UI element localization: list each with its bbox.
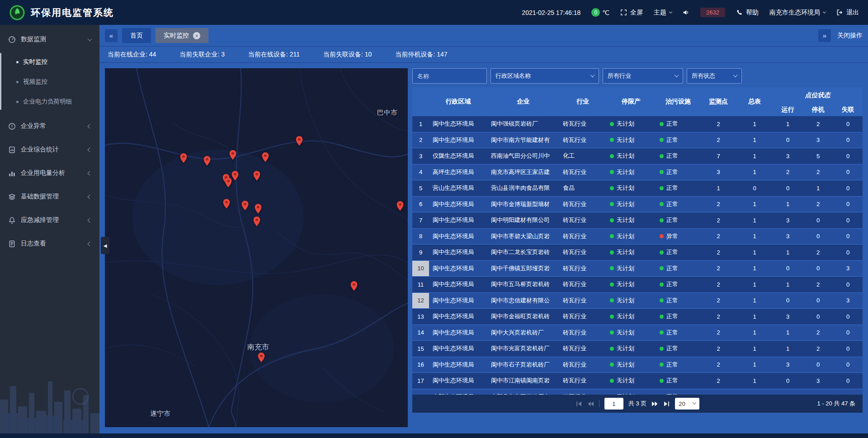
map-pin[interactable] [262,152,269,162]
table-row[interactable]: 10阆中生态环境局阆中千佛镇五郎垭页岩砖瓦行业无计划正常21003 [412,261,863,277]
table-row[interactable]: 5营山生态环境局营山县润丰肉食品有限食品无计划正常10010 [412,180,863,197]
table-row[interactable]: 14阆中生态环境局阆中大兴页岩机砖厂砖瓦行业无计划正常21120 [412,325,863,341]
map-pin[interactable] [255,204,262,214]
org-dropdown[interactable]: 南充市生态环境局 [769,9,826,17]
map-pin[interactable] [229,150,236,160]
cell-lost: 0 [833,132,863,148]
industry-select-value: 所有行业 [608,72,631,80]
table-row[interactable]: 12阆中生态环境局阆中市忠信建材有限公砖瓦行业无计划正常21003 [412,293,863,309]
notification-badge[interactable]: 2632 [700,8,725,17]
table-row[interactable]: 16阆中生态环境局阆中市石子页岩机砖厂砖瓦行业无计划正常21300 [412,357,863,373]
map-canvas[interactable]: 巴中市南充市遂宁市 [105,68,408,427]
tab-realtime-monitor[interactable]: 实时监控 × [156,28,208,43]
map-pin[interactable] [258,352,265,363]
tab-scroll-left-button[interactable]: « [105,29,118,42]
page-size-select[interactable]: 20 [675,398,699,410]
table-row[interactable]: 13阆中生态环境局阆中市金福旺页岩机砖砖瓦行业无计划正常21300 [412,309,863,325]
chevron-left-icon [88,147,92,152]
limit-label: 无计划 [617,297,634,305]
map-pin[interactable] [296,136,303,146]
limit-label: 无计划 [617,344,634,353]
help-button[interactable]: 帮助 [736,9,759,17]
cell-lost: 0 [833,229,863,245]
table-row[interactable]: 4高坪生态环境局南充市高坪区王家店建砖瓦行业无计划正常31220 [412,165,863,181]
first-page-button[interactable] [576,400,582,407]
sidebar-item-1[interactable]: 实时监控 [0,52,99,72]
close-tab-icon[interactable]: × [193,32,200,39]
industry-select[interactable]: 所有行业 [603,68,683,84]
sidebar-group-4[interactable]: 企业用电量分析 [0,161,99,185]
cell-limit: 无计划 [606,309,656,325]
status-select[interactable]: 所有状态 [687,68,742,84]
cell-stop: 2 [803,116,833,132]
cell-facility: 正常 [656,373,700,389]
map-pin[interactable] [203,155,211,166]
cell-limit: 无计划 [606,277,656,292]
theme-dropdown[interactable]: 主题 [654,9,672,17]
next-page-button[interactable] [651,400,658,407]
sidebar-group-2[interactable]: 企业异常 [0,114,99,138]
phone-icon [736,9,743,16]
sidebar-group-label: 企业综合统计 [21,146,59,154]
close-operations-button[interactable]: 关闭操作 [837,32,863,40]
tab-scroll-right-button[interactable]: » [818,29,831,42]
cell-meters: 1 [736,229,773,245]
table-row[interactable]: 8阆中生态环境局阆中市枣碧大梁山页岩砖瓦行业无计划异常21300 [412,229,863,245]
facility-label: 正常 [666,168,678,176]
cell-run: 1 [773,341,803,357]
table-row[interactable]: 17阆中生态环境局阆中市江南镇阆南页岩砖瓦行业无计划正常21030 [412,373,863,389]
map-pin[interactable] [253,170,260,181]
speaker-icon[interactable] [683,9,689,16]
table-row[interactable]: 7阆中生态环境局阆中明阳建材有限公司砖瓦行业无计划正常21300 [412,212,863,229]
sidebar-group-3[interactable]: 企业综合统计 [0,138,99,161]
sidebar-group-5[interactable]: 基础数据管理 [0,185,99,208]
page-size-value: 20 [679,400,685,407]
sidebar-group-7[interactable]: 日志查看 [0,232,99,255]
prev-page-button[interactable] [587,400,594,407]
sidebar-item-2[interactable]: 视频监控 [0,72,99,92]
page-number-input[interactable] [604,398,623,410]
table-row[interactable]: 18南部生态环境局南部县兴华页岩砖厂有砖瓦行业无计划正常21060 [412,389,863,395]
sidebar-group-6[interactable]: 应急减排管理 [0,208,99,232]
cell-region: 南部生态环境局 [429,389,487,395]
stats-bar: 当前在线企业: 44当前失联企业: 3当前在线设备: 211当前失联设备: 10… [99,47,868,63]
name-search-input[interactable] [412,68,487,84]
cell-index: 16 [412,357,429,373]
map-pin[interactable] [350,281,358,291]
tab-home[interactable]: 首页 [122,28,151,43]
collapse-map-button[interactable]: ◀ [101,237,109,254]
sidebar-group-1[interactable]: 数据监测 [0,28,99,51]
fullscreen-button[interactable]: 全屏 [620,9,643,17]
chevron-down-icon [590,73,595,77]
map-pin[interactable] [179,153,187,164]
limit-label: 无计划 [617,136,634,144]
map-pin[interactable] [223,199,231,209]
stat-label: 当前在线企业: [108,51,149,58]
map-pin[interactable] [225,177,232,188]
map-pin[interactable] [231,171,239,181]
map-pin[interactable] [396,201,404,211]
cell-region: 阆中生态环境局 [429,341,487,357]
region-select[interactable]: 行政区域名称 [491,68,599,84]
map-pin[interactable] [253,216,260,226]
table-row[interactable]: 6阆中生态环境局阆中市金博瑞新型墙材砖瓦行业无计划正常21120 [412,197,863,213]
table-row[interactable]: 1阆中生态环境局阆中强锐页岩砖厂砖瓦行业无计划正常21120 [412,116,863,132]
last-page-button[interactable] [663,400,670,407]
cell-index: 1 [412,116,429,132]
logout-button[interactable]: 退出 [836,9,859,17]
table-row[interactable]: 11阆中生态环境局阆中市五马桥页岩机砖砖瓦行业无计划正常21120 [412,277,863,293]
map-city-label: 遂宁市 [150,409,170,418]
table-row[interactable]: 9阆中生态环境局阆中市二龙长宝页岩砖砖瓦行业无计划正常21120 [412,245,863,261]
pagination-divider [599,400,599,407]
sidebar-menu: 数据监测实时监控视频监控企业电力负荷明细企业异常企业综合统计企业用电量分析基础数… [0,25,99,255]
status-dot [660,218,664,222]
map-pin[interactable] [241,201,249,211]
table-row[interactable]: 2阆中生态环境局阆中市南方节能建材有砖瓦行业无计划正常21030 [412,132,863,149]
cell-enterprise: 阆中明阳建材有限公司 [487,212,559,228]
table-row[interactable]: 15阆中生态环境局阆中市光富页岩机砖厂砖瓦行业无计划正常21120 [412,341,863,357]
sidebar-item-3[interactable]: 企业电力负荷明细 [0,92,99,112]
table-row[interactable]: 3仪陇生态环境局西南油气田分公司川中化工无计划正常71350 [412,148,863,165]
status-dot [660,202,664,206]
cell-index: 7 [412,212,429,228]
cell-points: 2 [700,132,736,148]
